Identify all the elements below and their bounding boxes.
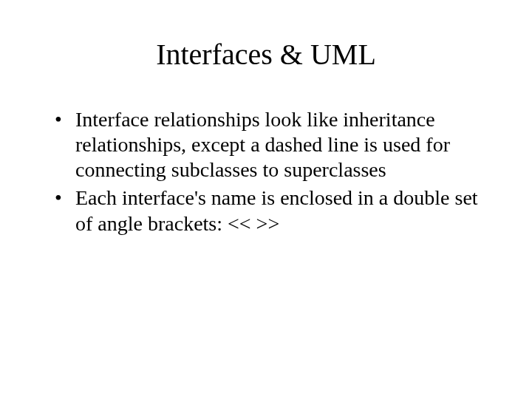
bullet-item: Interface relationships look like inheri… — [52, 107, 488, 183]
bullet-item: Each interface's name is enclosed in a d… — [52, 185, 488, 236]
bullet-list: Interface relationships look like inheri… — [52, 107, 488, 236]
slide: Interfaces & UML Interface relationships… — [0, 0, 532, 399]
slide-title: Interfaces & UML — [44, 37, 488, 72]
